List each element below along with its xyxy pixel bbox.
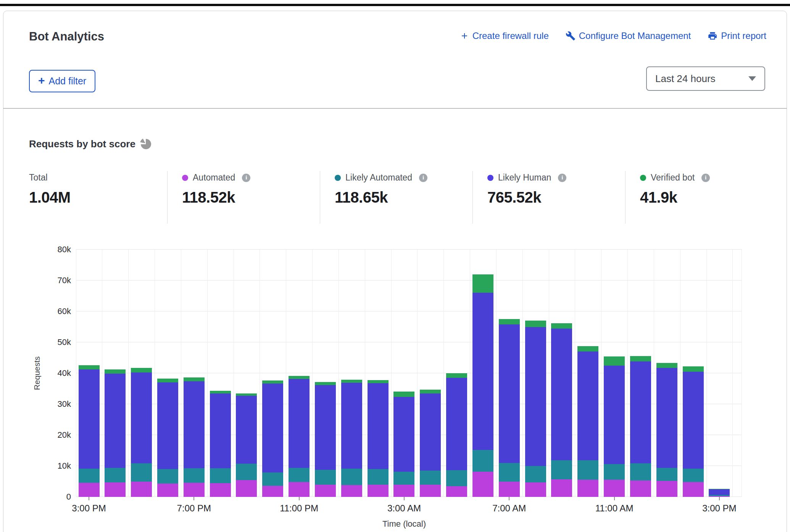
plus-icon — [460, 31, 469, 40]
x-axis-tick — [509, 497, 509, 500]
gridline-x — [312, 250, 313, 497]
info-icon[interactable]: i — [242, 174, 250, 182]
x-axis-tick — [89, 497, 89, 500]
chart-bar-200am[interactable] — [368, 380, 389, 497]
chart-bar-100pm[interactable] — [656, 363, 677, 497]
segment-automated — [105, 482, 126, 497]
chart-bar-900pm[interactable] — [236, 393, 257, 497]
chart-bar-300am[interactable] — [393, 392, 414, 497]
segment-verified-bot — [656, 363, 677, 368]
chevron-down-icon — [748, 76, 756, 81]
chart-bar-800pm[interactable] — [210, 391, 231, 497]
info-icon[interactable]: i — [419, 174, 427, 182]
configure-bot-management-link[interactable]: Configure Bot Management — [566, 31, 691, 41]
chart-bar-200pm[interactable] — [683, 366, 704, 497]
chart-bar-400pm[interactable] — [105, 369, 126, 497]
time-range-dropdown[interactable]: Last 24 hours — [646, 66, 765, 91]
segment-likely-human — [79, 369, 100, 469]
info-icon[interactable]: i — [558, 174, 566, 182]
chart-bar-600pm[interactable] — [157, 379, 178, 497]
gridline-x — [549, 250, 549, 497]
stat-value: 118.65k — [335, 189, 427, 206]
window-top-border — [0, 4, 790, 6]
legend-dot-likely-automated — [335, 175, 341, 181]
chart-bar-1000pm[interactable] — [262, 380, 283, 497]
segment-automated — [315, 485, 336, 497]
create-firewall-rule-link[interactable]: Create firewall rule — [460, 31, 549, 41]
chart-bar-900am[interactable] — [551, 323, 572, 497]
gridline-x — [575, 250, 575, 497]
time-range-value: Last 24 hours — [655, 73, 716, 85]
plus-icon: + — [38, 75, 45, 86]
segment-likely-human — [577, 351, 598, 460]
segment-verified-bot — [157, 379, 178, 382]
segment-likely-automated — [525, 466, 546, 482]
segment-verified-bot — [315, 382, 336, 385]
segment-verified-bot — [368, 380, 389, 383]
stat-label: Automated — [193, 172, 235, 183]
segment-automated — [525, 482, 546, 497]
segment-automated — [210, 483, 231, 497]
chart-bar-1000am[interactable] — [577, 346, 598, 497]
stat-label: Likely Automated — [345, 172, 412, 183]
segment-likely-human — [683, 372, 704, 469]
segment-likely-automated — [630, 463, 651, 480]
segment-likely-human — [393, 397, 414, 471]
chart-bar-700pm[interactable] — [184, 377, 205, 497]
chart-bar-600am[interactable] — [472, 274, 493, 497]
gridline-x — [654, 250, 654, 497]
segment-likely-automated — [315, 470, 336, 485]
y-tick-label: 70k — [0, 276, 71, 285]
gridline-x — [234, 250, 234, 497]
requests-by-bot-score-chart: Requests 010k20k30k40k50k60k70k80k 3:00 … — [0, 229, 790, 532]
segment-automated — [131, 482, 152, 497]
segment-likely-automated — [105, 468, 126, 482]
segment-verified-bot — [499, 319, 520, 324]
segment-verified-bot — [79, 365, 100, 369]
chart-bar-1200am[interactable] — [315, 382, 336, 497]
gridline-x — [522, 250, 523, 497]
chart-bar-1100pm[interactable] — [289, 376, 310, 497]
segment-verified-bot — [604, 356, 625, 365]
gridline-x — [496, 250, 497, 497]
stat-verified-bot: Verified bot i 41.9k — [640, 172, 710, 206]
chart-bar-500am[interactable] — [446, 373, 467, 497]
y-tick-label: 30k — [0, 399, 71, 409]
print-report-link[interactable]: Print report — [708, 31, 766, 41]
segment-likely-automated — [472, 450, 493, 472]
chart-bar-400am[interactable] — [420, 390, 441, 497]
segment-automated — [157, 484, 178, 497]
add-filter-button[interactable]: + Add filter — [29, 70, 95, 92]
gridline-x — [391, 250, 392, 497]
gridline-x — [286, 250, 286, 497]
chart-bar-500pm[interactable] — [131, 368, 152, 497]
segment-automated — [472, 472, 493, 497]
segment-likely-automated — [577, 460, 598, 480]
gridline-x — [417, 250, 418, 497]
segment-likely-human — [236, 396, 257, 464]
chart-bar-1200pm[interactable] — [630, 356, 651, 497]
x-tick-label: 7:00 AM — [492, 503, 526, 514]
gridline-x — [76, 250, 76, 497]
gridline-x — [627, 250, 628, 497]
segment-likely-automated — [656, 468, 677, 481]
segment-likely-human — [105, 374, 126, 468]
segment-automated — [446, 486, 467, 497]
segment-likely-human — [630, 361, 651, 463]
x-axis-tick — [614, 497, 615, 500]
chart-bar-1100am[interactable] — [604, 356, 625, 497]
chart-bar-800am[interactable] — [525, 321, 546, 497]
gridline-x — [102, 250, 102, 497]
segment-automated — [79, 483, 100, 497]
stat-label: Likely Human — [498, 172, 551, 183]
segment-automated — [341, 485, 362, 497]
segment-automated — [551, 479, 572, 497]
gridline-y — [76, 280, 742, 281]
x-axis-title: Time (local) — [382, 519, 426, 529]
info-icon[interactable]: i — [701, 174, 710, 182]
chart-bar-700am[interactable] — [499, 319, 520, 497]
chart-bar-300pm[interactable] — [709, 489, 730, 497]
segment-likely-human — [315, 385, 336, 470]
chart-bar-100am[interactable] — [341, 380, 362, 497]
chart-bar-300pm[interactable] — [79, 365, 100, 497]
